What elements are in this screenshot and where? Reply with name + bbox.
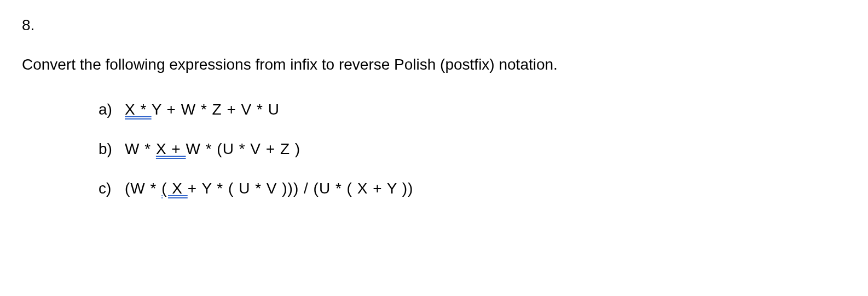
list-item: c) (W * ( X + Y * ( U * V ))) / (U * ( X… [99, 180, 846, 197]
question-number: 8. [22, 16, 846, 34]
underlined-span-a: X * [125, 101, 152, 118]
item-label-a: a) [99, 101, 115, 118]
expression-a: X * Y + W * Z + V * U [125, 101, 280, 118]
underlined-span-b: X + [156, 140, 186, 157]
rest-b: W * (U * V + Z ) [186, 140, 300, 157]
pre-underline-c: (W * [125, 180, 161, 197]
item-label-b: b) [99, 140, 115, 158]
question-prompt: Convert the following expressions from i… [22, 56, 846, 73]
expression-b: W * X + W * (U * V + Z ) [125, 140, 300, 158]
item-label-c: c) [99, 180, 115, 197]
list-item: a) X * Y + W * Z + V * U [99, 101, 846, 118]
pre-underline-b: W * [125, 140, 156, 157]
rest-a: Y + W * Z + V * U [152, 101, 280, 118]
items-container: a) X * Y + W * Z + V * U b) W * X + W * … [22, 101, 846, 197]
expression-c: (W * ( X + Y * ( U * V ))) / (U * ( X + … [125, 180, 413, 197]
underlined-span-c: ( X [161, 180, 188, 197]
rest-c: + Y * ( U * V ))) / (U * ( X + Y )) [188, 180, 414, 197]
list-item: b) W * X + W * (U * V + Z ) [99, 140, 846, 158]
